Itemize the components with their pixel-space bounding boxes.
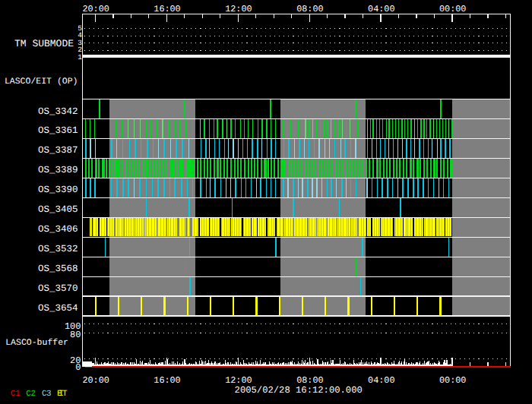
- svg-text:00:00: 00:00: [439, 4, 466, 14]
- svg-text:OS_3361: OS_3361: [38, 125, 78, 136]
- svg-text:16:00: 16:00: [154, 4, 180, 14]
- svg-text:OS_3568: OS_3568: [38, 264, 78, 274]
- svg-text:OS_3532: OS_3532: [38, 244, 78, 254]
- svg-text:80: 80: [70, 330, 81, 340]
- svg-text:C1: C1: [11, 390, 21, 399]
- svg-text:04:00: 04:00: [368, 4, 394, 14]
- svg-text:LASCO/EIT (OP): LASCO/EIT (OP): [5, 77, 78, 87]
- svg-text:16:00: 16:00: [154, 375, 180, 386]
- svg-text:2005/02/28 16:12:00.000: 2005/02/28 16:12:00.000: [235, 385, 363, 396]
- svg-text:12:00: 12:00: [225, 4, 252, 14]
- svg-text:OS_3570: OS_3570: [38, 283, 78, 294]
- svg-text:C2: C2: [26, 390, 35, 399]
- svg-text:1: 1: [78, 53, 82, 62]
- svg-text:OS_3406: OS_3406: [38, 224, 78, 235]
- svg-text:20:00: 20:00: [82, 4, 109, 14]
- svg-text:20:00: 20:00: [82, 375, 109, 386]
- svg-text:0: 0: [75, 362, 81, 373]
- svg-text:C3: C3: [42, 390, 51, 399]
- svg-text:OS_3405: OS_3405: [38, 204, 78, 215]
- svg-text:T: T: [62, 390, 68, 399]
- svg-text:OS_3389: OS_3389: [38, 165, 78, 175]
- svg-text:12:00: 12:00: [225, 375, 252, 386]
- svg-text:OS_3342: OS_3342: [38, 106, 78, 117]
- svg-text:OS_3390: OS_3390: [38, 185, 78, 195]
- svg-text:OS_3387: OS_3387: [38, 145, 78, 156]
- svg-text:04:00: 04:00: [368, 375, 394, 386]
- svg-text:08:00: 08:00: [296, 375, 323, 386]
- svg-text:OS_3654: OS_3654: [38, 303, 78, 314]
- svg-text:TM SUBMODE: TM SUBMODE: [14, 38, 74, 49]
- svg-text:00:00: 00:00: [439, 375, 466, 386]
- svg-text:LASCO-buffer: LASCO-buffer: [5, 338, 68, 348]
- svg-text:08:00: 08:00: [296, 4, 323, 14]
